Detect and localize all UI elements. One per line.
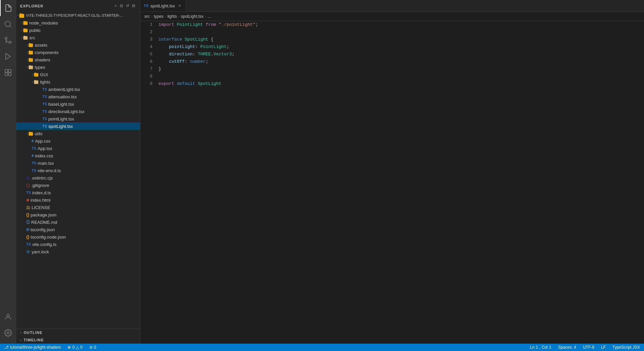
encoding-value: UTF-8 [583,345,594,350]
sidebar-item-ambientlight[interactable]: TS ambientLight.tsx [16,86,140,93]
sidebar-item-public[interactable]: › public [16,27,140,34]
root-folder-label: VITE-THREEJS-TYPESCRIPT-REACT-GLSL-START… [26,13,140,17]
lights-label: lights [40,80,140,85]
shaders-chevron: › [27,58,28,62]
viteenv-label: vite-env.d.ts [38,168,140,173]
public-label: public [29,28,140,33]
appcss-label: App.css [35,139,140,144]
code-lines[interactable]: import PointLight from "./pointLight"; i… [157,21,624,344]
sidebar-item-vite-config[interactable]: TS vite.config.ts [16,241,140,248]
eol-status[interactable]: LF [600,344,607,351]
sidebar-item-eslint[interactable]: ⊙ .eslintrc.cjs [16,174,140,182]
sidebar-item-package-json[interactable]: {} package.json [16,211,140,218]
svg-rect-5 [5,69,8,72]
sidebar-item-index-css[interactable]: # index.css [16,152,140,159]
ln-value: 1 [536,345,538,350]
code-line-8 [158,73,624,80]
indexdts-label: index.d.ts [32,190,140,195]
sidebar-item-app-tsx[interactable]: TS App.tsx [16,145,140,152]
activity-run-debug[interactable] [0,48,16,64]
node-modules-icon [23,20,28,25]
sidebar-item-license[interactable]: ⚖ LICENSE [16,204,140,211]
node-modules-chevron: › [21,21,22,25]
sidebar-item-utils[interactable]: › utils [16,130,140,137]
activity-extensions[interactable] [0,64,16,81]
activity-explorer[interactable] [0,0,16,16]
ln-5: 5 [144,51,152,58]
sidebar-item-vite-env[interactable]: TS vite-env.d.ts [16,167,140,174]
sidebar-item-index-html[interactable]: ⊕ index.html [16,196,140,204]
sidebar-item-spotlight[interactable]: TS spotLight.tsx [16,122,140,130]
outline-section[interactable]: › OUTLINE [16,329,140,336]
sidebar-item-lights[interactable]: › lights [16,78,140,86]
sidebar-item-components[interactable]: › components [16,49,140,56]
sidebar-item-types[interactable]: › types [16,63,140,71]
sidebar-item-app-css[interactable]: # App.css [16,137,140,145]
ts-icon6: TS [42,124,47,128]
sidebar-item-src[interactable]: › src [16,34,140,41]
ts-icon11: TS [26,242,31,246]
ts-icon9: TS [32,168,36,172]
sidebar-item-baselight[interactable]: TS baseLight.tsx [16,100,140,108]
public-icon [23,28,28,33]
sidebar-item-yarn-lock[interactable]: ⚙ yarn.lock [16,248,140,255]
license-icon: ⚖ [26,205,30,210]
sidebar-item-attenuation[interactable]: TS attenuation.tsx [16,93,140,100]
sidebar-item-shaders[interactable]: › shaders [16,56,140,63]
sidebar-item-gui[interactable]: › GUI [16,71,140,78]
sidebar-item-pointlight[interactable]: TS pointLight.tsx [16,115,140,122]
breadcrumb: src › types › lights › spotLight.tsx › … [140,12,644,21]
activity-search[interactable] [0,16,16,32]
activity-settings[interactable] [0,325,16,341]
sidebar-item-tsconfig-node-json[interactable]: {} tsconfig.node.json [16,233,140,241]
components-label: components [35,50,140,55]
sidebar-item-index-dts[interactable]: TS index.d.ts [16,189,140,196]
sidebar-item-readme[interactable]: ⓘ README.md [16,218,140,226]
sidebar-item-gitignore[interactable]: ⬡ .gitignore [16,182,140,189]
tab-spotlight[interactable]: TS spotLight.tsx × [140,0,186,11]
sidebar-item-tsconfig-json[interactable]: ⊞ tsconfig.json [16,226,140,233]
ts-icon8: TS [32,161,36,165]
cursor-position[interactable]: Ln 1 , Col 1 [528,344,552,351]
watch-icon: ⊘ [89,345,93,350]
ts-icon7: TS [32,146,36,150]
activity-account[interactable] [0,309,16,325]
language-status[interactable]: TypeScript JSX [611,344,641,351]
new-file-icon[interactable]: + [114,3,118,9]
baselight-icon: TS [42,102,47,106]
tab-label: spotLight.tsx [150,3,175,8]
branch-name: tutorial/three-js/light-shaders [10,345,61,350]
activity-source-control[interactable] [0,32,16,48]
root-folder[interactable]: › VITE-THREEJS-TYPESCRIPT-REACT-GLSL-STA… [16,12,140,19]
status-left: ⎇ tutorial/three-js/light-shaders ⊗ 0 △ … [3,344,97,351]
tab-close-button[interactable]: × [177,3,182,8]
gitignore-label: .gitignore [31,183,140,188]
sidebar-item-assets[interactable]: › assets [16,41,140,49]
timeline-section[interactable]: › TIMELINE [16,336,140,344]
yarnlock-label: yarn.lock [32,249,140,254]
breadcrumb-src[interactable]: src [144,14,150,19]
breadcrumb-more[interactable]: … [208,14,212,19]
spaces-status[interactable]: Spaces: 4 [557,344,578,351]
sidebar-item-directionallight[interactable]: TS directionalLight.tsx [16,108,140,115]
sidebar-header-actions: + ⊡ ↺ ⊟ [114,3,136,9]
sidebar-item-main-tsx[interactable]: TS main.tsx [16,159,140,167]
breadcrumb-lights[interactable]: lights [168,14,177,19]
encoding-status[interactable]: UTF-8 [582,344,596,351]
code-line-6: cutOff: number; [158,58,624,65]
ln-2: 2 [144,29,152,36]
collapse-all-icon[interactable]: ⊟ [131,3,136,9]
watch-status[interactable]: ⊘ 0 [88,344,98,351]
sidebar-item-node-modules[interactable]: › node_modules [16,19,140,27]
git-branch[interactable]: ⎇ tutorial/three-js/light-shaders [3,344,62,351]
new-folder-icon[interactable]: ⊡ [119,3,124,9]
breadcrumb-types[interactable]: types [154,14,164,19]
breadcrumb-sep4: › [205,14,206,19]
refresh-icon[interactable]: ↺ [125,3,130,9]
src-chevron: › [20,37,24,38]
breadcrumb-sep1: › [151,14,152,19]
errors-status[interactable]: ⊗ 0 △ 0 [66,344,84,351]
svg-rect-6 [8,69,11,72]
breadcrumb-file[interactable]: spotLight.tsx [181,14,203,19]
editor-content[interactable]: 1 2 3 4 5 6 7 8 9 import PointLight from… [140,21,644,344]
